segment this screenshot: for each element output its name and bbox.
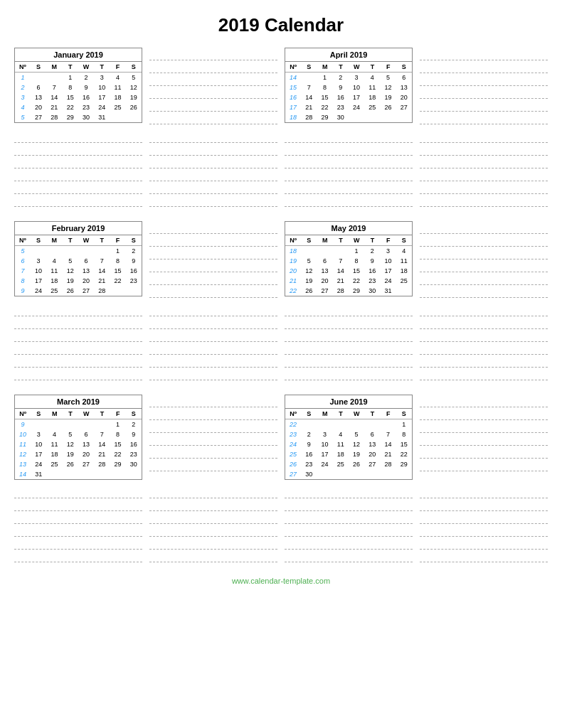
note-line[interactable]: [285, 168, 413, 181]
note-line[interactable]: [14, 550, 142, 562]
note-line[interactable]: [149, 550, 277, 562]
note-line[interactable]: [149, 285, 277, 298]
note-line[interactable]: [149, 143, 277, 156]
note-line[interactable]: [149, 420, 277, 433]
note-line[interactable]: [149, 486, 277, 498]
note-line[interactable]: [149, 316, 277, 329]
note-line[interactable]: [149, 368, 277, 380]
note-line[interactable]: [420, 316, 548, 329]
note-line[interactable]: [420, 48, 548, 60]
note-line[interactable]: [149, 272, 277, 285]
note-line[interactable]: [420, 181, 548, 194]
note-line[interactable]: [149, 537, 277, 550]
note-line[interactable]: [420, 446, 548, 459]
note-line[interactable]: [285, 194, 413, 207]
note-line[interactable]: [420, 433, 548, 446]
note-line[interactable]: [149, 342, 277, 355]
note-line[interactable]: [149, 234, 277, 247]
note-line[interactable]: [285, 537, 413, 550]
note-line[interactable]: [420, 459, 548, 471]
note-line[interactable]: [149, 247, 277, 259]
note-line[interactable]: [420, 259, 548, 272]
note-line[interactable]: [14, 342, 142, 355]
note-line[interactable]: [149, 86, 277, 99]
note-line[interactable]: [149, 446, 277, 459]
note-line[interactable]: [420, 194, 548, 207]
note-line[interactable]: [285, 156, 413, 168]
note-line[interactable]: [285, 511, 413, 524]
note-line[interactable]: [420, 99, 548, 112]
note-line[interactable]: [149, 112, 277, 124]
note-line[interactable]: [285, 143, 413, 156]
note-line[interactable]: [420, 420, 548, 433]
note-line[interactable]: [420, 524, 548, 537]
note-line[interactable]: [14, 304, 142, 316]
note-line[interactable]: [420, 73, 548, 86]
note-line[interactable]: [285, 130, 413, 143]
note-line[interactable]: [420, 368, 548, 380]
note-line[interactable]: [420, 60, 548, 73]
note-line[interactable]: [420, 86, 548, 99]
note-line[interactable]: [14, 181, 142, 194]
note-line[interactable]: [149, 181, 277, 194]
note-line[interactable]: [149, 73, 277, 86]
note-line[interactable]: [149, 524, 277, 537]
note-line[interactable]: [14, 168, 142, 181]
note-line[interactable]: [285, 550, 413, 562]
note-line[interactable]: [149, 48, 277, 60]
note-line[interactable]: [149, 304, 277, 316]
note-line[interactable]: [149, 156, 277, 168]
note-line[interactable]: [285, 355, 413, 368]
note-line[interactable]: [149, 130, 277, 143]
note-line[interactable]: [420, 486, 548, 498]
note-line[interactable]: [149, 221, 277, 234]
note-line[interactable]: [420, 156, 548, 168]
note-line[interactable]: [149, 99, 277, 112]
note-line[interactable]: [420, 407, 548, 420]
note-line[interactable]: [149, 407, 277, 420]
note-line[interactable]: [420, 342, 548, 355]
note-line[interactable]: [285, 304, 413, 316]
note-line[interactable]: [420, 130, 548, 143]
note-line[interactable]: [420, 221, 548, 234]
note-line[interactable]: [14, 524, 142, 537]
note-line[interactable]: [149, 433, 277, 446]
note-line[interactable]: [420, 272, 548, 285]
note-line[interactable]: [420, 143, 548, 156]
note-line[interactable]: [149, 329, 277, 342]
note-line[interactable]: [14, 355, 142, 368]
note-line[interactable]: [420, 550, 548, 562]
note-line[interactable]: [285, 498, 413, 511]
note-line[interactable]: [14, 156, 142, 168]
note-line[interactable]: [285, 486, 413, 498]
note-line[interactable]: [420, 329, 548, 342]
note-line[interactable]: [14, 486, 142, 498]
note-line[interactable]: [14, 130, 142, 143]
note-line[interactable]: [285, 342, 413, 355]
note-line[interactable]: [285, 368, 413, 380]
note-line[interactable]: [285, 181, 413, 194]
note-line[interactable]: [14, 498, 142, 511]
note-line[interactable]: [14, 368, 142, 380]
note-line[interactable]: [14, 329, 142, 342]
note-line[interactable]: [420, 355, 548, 368]
note-line[interactable]: [149, 459, 277, 471]
note-line[interactable]: [149, 60, 277, 73]
note-line[interactable]: [14, 194, 142, 207]
note-line[interactable]: [420, 247, 548, 259]
note-line[interactable]: [149, 355, 277, 368]
note-line[interactable]: [420, 304, 548, 316]
note-line[interactable]: [285, 524, 413, 537]
note-line[interactable]: [420, 234, 548, 247]
note-line[interactable]: [149, 511, 277, 524]
note-line[interactable]: [420, 395, 548, 407]
note-line[interactable]: [420, 285, 548, 298]
note-line[interactable]: [149, 395, 277, 407]
note-line[interactable]: [14, 537, 142, 550]
note-line[interactable]: [149, 194, 277, 207]
note-line[interactable]: [420, 537, 548, 550]
note-line[interactable]: [420, 168, 548, 181]
note-line[interactable]: [14, 143, 142, 156]
note-line[interactable]: [420, 498, 548, 511]
note-line[interactable]: [149, 168, 277, 181]
